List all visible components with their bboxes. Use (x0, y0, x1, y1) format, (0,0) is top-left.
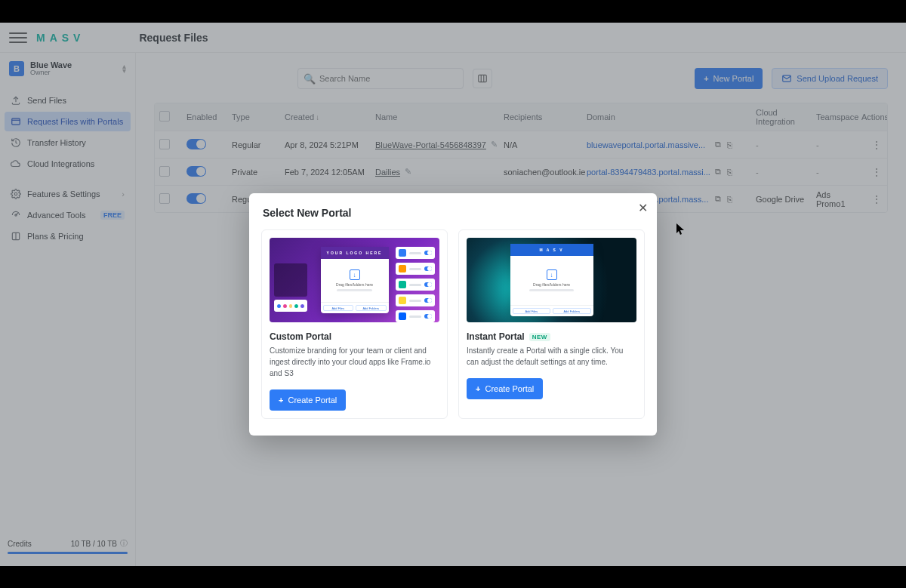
app-shell: MASV Request Files B Blue Wave Owner ▴▾ … (0, 23, 906, 566)
plus-icon: + (279, 396, 283, 405)
modal-scrim[interactable]: ✕ Select New Portal YOUR LOGO HERE (0, 23, 906, 566)
button-label: Create Portal (288, 396, 337, 405)
integration-icon (399, 249, 406, 257)
card-thumbnail: M A S V Drag files/folders here Add File… (467, 238, 636, 322)
card-custom-portal: YOUR LOGO HERE Drag files/folders here A… (261, 229, 448, 419)
card-instant-portal: M A S V Drag files/folders here Add File… (458, 229, 645, 419)
select-new-portal-modal: ✕ Select New Portal YOUR LOGO HERE (249, 193, 657, 436)
letterbox-top (0, 0, 906, 23)
thumb-add-folders: Add Folders (356, 305, 387, 311)
modal-title: Select New Portal (263, 207, 645, 219)
thumb-drop-text: Drag files/folders here (336, 282, 373, 287)
silhouette-icon (274, 263, 307, 297)
thumb-drop-text: Drag files/folders here (533, 282, 570, 287)
card-title: Instant Portal (467, 331, 525, 342)
cursor-icon (676, 223, 684, 234)
thumb-add-files: Add Files (513, 308, 551, 314)
close-button[interactable]: ✕ (638, 201, 648, 215)
card-description: Customize branding for your team or clie… (270, 345, 439, 379)
thumb-add-files: Add Files (323, 305, 354, 311)
integration-icon (399, 265, 406, 272)
upload-icon (547, 269, 557, 280)
thumb-banner: YOUR LOGO HERE (321, 247, 389, 259)
new-badge: NEW (529, 333, 550, 341)
thumb-banner: M A S V (510, 244, 593, 256)
thumb-add-folders: Add Folders (553, 308, 591, 314)
create-custom-portal-button[interactable]: + Create Portal (270, 389, 346, 411)
color-palette (274, 300, 307, 312)
button-label: Create Portal (485, 384, 534, 393)
upload-icon (350, 269, 360, 280)
create-instant-portal-button[interactable]: + Create Portal (467, 378, 543, 399)
card-thumbnail: YOUR LOGO HERE Drag files/folders here A… (270, 238, 439, 322)
card-description: Instantly create a Portal with a single … (467, 345, 636, 368)
plus-icon: + (476, 384, 480, 393)
integration-icon (399, 297, 406, 304)
modal-cards: YOUR LOGO HERE Drag files/folders here A… (261, 229, 645, 419)
integration-icon (399, 281, 406, 288)
integration-icon (399, 312, 406, 320)
card-title: Custom Portal (270, 331, 331, 342)
letterbox-bottom (0, 566, 906, 588)
